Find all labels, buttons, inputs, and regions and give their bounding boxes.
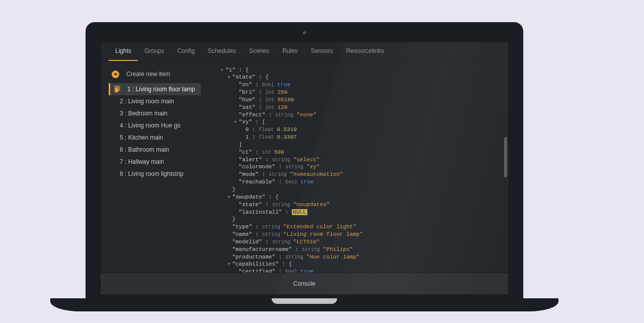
json-row: "modelid" : string "LCT010" (214, 238, 508, 246)
json-row: "sat" : int 128 (214, 104, 508, 111)
json-row: ▾"capabilities" : { (214, 261, 508, 268)
sidebar: Create new item 1 : Living room floor la… (101, 61, 209, 273)
json-row: 0 : float 0.5319 (214, 126, 508, 134)
expand-icon[interactable]: ▾ (227, 74, 232, 81)
json-tree-view[interactable]: ▾"1" : { ▾"state" : { "on" : bool true "… (209, 61, 508, 273)
webcam-indicator (303, 31, 306, 34)
json-row: "state" : string "noupdates" (214, 201, 508, 209)
tab-config[interactable]: Config (171, 42, 201, 61)
sidebar-item-6[interactable]: 6 : Bathroom main (109, 144, 201, 156)
json-row: "name" : string "Living room floor lamp" (214, 231, 508, 238)
json-row: "manufacturername" : string "Philips" (214, 246, 508, 253)
json-row: } (214, 216, 508, 223)
expand-icon[interactable]: ▾ (220, 67, 225, 74)
sidebar-item-4[interactable]: 4 : Living room Hue go (109, 119, 201, 132)
json-row: "lastinstall" : NULL (214, 209, 508, 216)
console-label: Console (293, 280, 315, 287)
delete-icon[interactable] (114, 86, 120, 92)
json-row: ▾"state" : { (214, 74, 508, 81)
tab-bar: LightsGroupsConfigSchedulesScenesRulesSe… (101, 42, 508, 61)
expand-icon[interactable]: ▾ (234, 118, 239, 126)
json-row: "productname" : string "Hue color lamp" (214, 253, 508, 261)
json-row: "bri" : int 250 (214, 89, 508, 96)
tab-groups[interactable]: Groups (138, 42, 171, 61)
create-new-button[interactable]: Create new item (109, 69, 201, 83)
json-row: ▾"1" : { (214, 67, 508, 74)
sidebar-item-label: 6 : Bathroom main (120, 146, 169, 153)
console-toggle[interactable]: Console (101, 273, 508, 294)
plus-icon (112, 71, 119, 78)
json-row: "on" : bool true (214, 81, 508, 89)
json-row: "mode" : string "homeautomation" (214, 171, 508, 178)
sidebar-item-label: 1 : Living room floor lamp (127, 86, 195, 93)
sidebar-item-3[interactable]: 3 : Bedroom main (109, 107, 201, 119)
json-row: } (214, 186, 508, 193)
sidebar-item-2[interactable]: 2 : Living room main (109, 95, 201, 107)
tab-scenes[interactable]: Scenes (243, 42, 276, 61)
tab-schedules[interactable]: Schedules (201, 42, 243, 61)
expand-icon[interactable]: ▾ (227, 261, 232, 268)
json-row: "alert" : string "select" (214, 156, 508, 164)
tab-resourcelinks[interactable]: Resourcelinks (340, 42, 390, 61)
sidebar-item-label: 3 : Bedroom main (120, 110, 168, 117)
sidebar-item-8[interactable]: 8 : Living room lightstrip (109, 168, 201, 180)
sidebar-item-1[interactable]: 1 : Living room floor lamp (109, 83, 201, 95)
expand-icon[interactable]: ▾ (227, 193, 232, 201)
sidebar-item-7[interactable]: 7 : Hallway main (109, 156, 201, 168)
create-new-label: Create new item (126, 71, 170, 78)
json-row: "colormode" : string "xy" (214, 163, 508, 171)
tab-lights[interactable]: Lights (109, 42, 138, 61)
sidebar-item-label: 2 : Living room main (120, 98, 174, 105)
json-row: "reachable" : bool true (214, 178, 508, 186)
json-row: 1 : float 0.3397 (214, 134, 508, 141)
json-row: "type" : string "Extended color light" (214, 223, 508, 231)
sidebar-item-5[interactable]: 5 : Kitchen main (109, 132, 201, 144)
json-row: "certified" : bool true (214, 268, 508, 272)
sidebar-item-label: 4 : Living room Hue go (120, 122, 181, 129)
scrollbar-thumb[interactable] (504, 137, 507, 177)
json-row: "hue" : int 65180 (214, 96, 508, 104)
json-row: ▾"swupdate" : { (214, 193, 508, 201)
scrollbar-track[interactable] (504, 61, 507, 273)
sidebar-item-label: 8 : Living room lightstrip (120, 170, 184, 177)
json-row: ] (214, 141, 508, 149)
tab-sensors[interactable]: Sensors (304, 42, 340, 61)
json-row: "effect" : string "none" (214, 111, 508, 119)
sidebar-item-label: 5 : Kitchen main (120, 134, 163, 141)
json-row: ▾"xy" : [ (214, 118, 508, 126)
json-row: "ct" : int 500 (214, 149, 508, 156)
tab-rules[interactable]: Rules (276, 42, 304, 61)
sidebar-item-label: 7 : Hallway main (120, 158, 164, 165)
